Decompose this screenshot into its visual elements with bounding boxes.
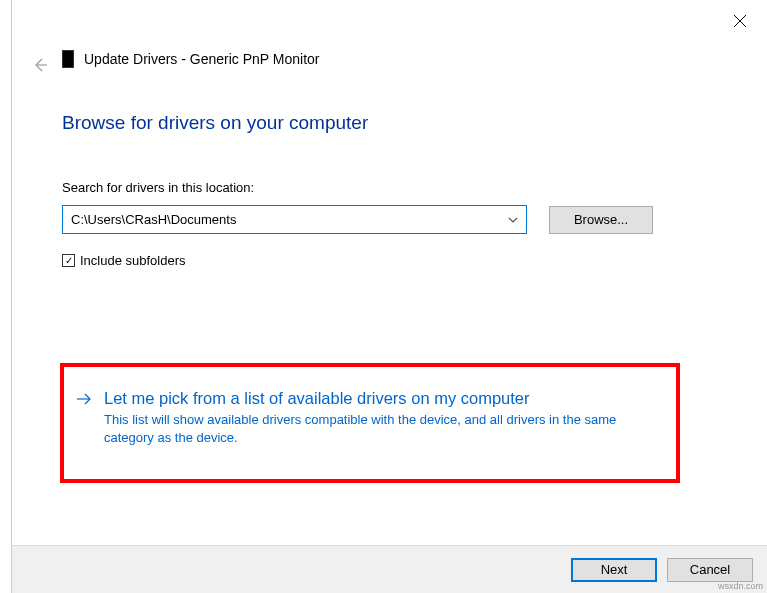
wizard-window: Update Drivers - Generic PnP Monitor Bro…	[11, 0, 767, 593]
pick-from-list-option[interactable]: Let me pick from a list of available dri…	[76, 389, 660, 446]
close-button[interactable]	[733, 14, 749, 30]
pick-content: Let me pick from a list of available dri…	[104, 389, 660, 446]
path-row: Browse...	[62, 205, 653, 234]
pick-option-description: This list will show available drivers co…	[104, 411, 660, 446]
browse-button[interactable]: Browse...	[549, 206, 653, 234]
arrow-left-icon	[32, 57, 48, 73]
watermark: wsxdn.com	[718, 581, 763, 591]
footer: Next Cancel	[12, 545, 767, 593]
path-input[interactable]	[71, 206, 504, 233]
chevron-down-icon[interactable]	[508, 213, 520, 225]
path-combobox[interactable]	[62, 205, 527, 234]
include-subfolders-checkbox[interactable]: ✓	[62, 254, 75, 267]
cancel-button[interactable]: Cancel	[667, 558, 753, 582]
arrow-right-icon	[76, 391, 92, 407]
page-heading: Browse for drivers on your computer	[62, 112, 368, 134]
back-button[interactable]	[32, 57, 50, 75]
include-subfolders-row[interactable]: ✓ Include subfolders	[62, 253, 186, 268]
include-subfolders-label: Include subfolders	[80, 253, 186, 268]
title-row: Update Drivers - Generic PnP Monitor	[62, 50, 320, 68]
checkmark-icon: ✓	[65, 256, 73, 266]
highlight-annotation: Let me pick from a list of available dri…	[60, 363, 680, 483]
window-title: Update Drivers - Generic PnP Monitor	[84, 51, 320, 67]
close-icon	[733, 14, 747, 28]
next-button[interactable]: Next	[571, 558, 657, 582]
pick-option-title: Let me pick from a list of available dri…	[104, 389, 660, 408]
search-label: Search for drivers in this location:	[62, 180, 254, 195]
monitor-icon	[62, 50, 74, 68]
